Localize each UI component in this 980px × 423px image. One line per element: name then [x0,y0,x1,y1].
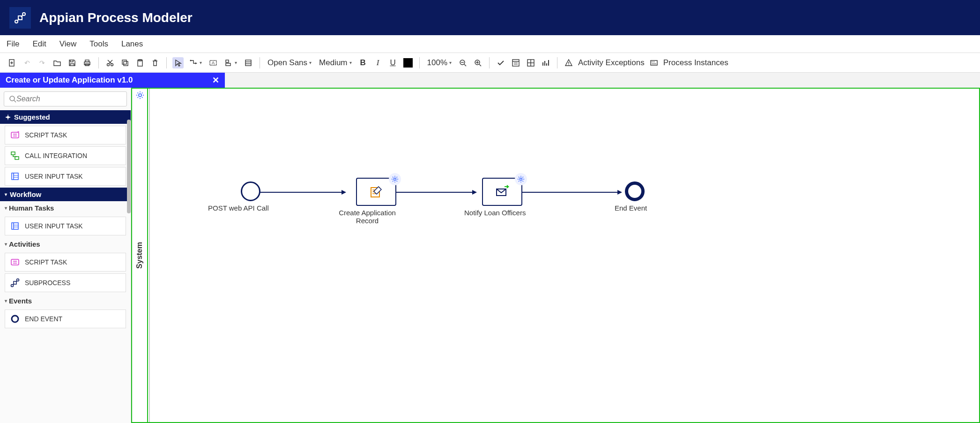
pointer-tool-icon[interactable] [172,57,184,68]
connector-tool-icon[interactable]: ▾ [187,59,204,67]
palette-item-subprocess[interactable]: SUBPROCESS [5,273,126,292]
cut-icon[interactable] [104,57,116,68]
task-node-create-application[interactable]: Create Application Record [347,178,405,225]
sidebar-scrollbar[interactable] [127,120,131,213]
end-event-icon [10,314,20,324]
palette-item-user-input-task[interactable]: USER INPUT TASK [5,167,126,186]
activity-exceptions-button[interactable]: Activity Exceptions [578,58,645,68]
svg-rect-64 [11,259,19,265]
search-box[interactable] [4,91,127,106]
palette-item-script-task[interactable]: SCRIPT TASK [5,126,126,144]
svg-rect-56 [12,173,18,180]
color-swatch[interactable] [402,57,414,68]
menu-file[interactable]: File [7,39,19,49]
zoom-out-icon[interactable] [457,57,468,68]
palette-item-label: SUBPROCESS [25,279,70,287]
group-label: Activities [9,240,40,248]
svg-line-52 [14,100,16,102]
events-group[interactable]: Events [0,294,131,308]
open-icon[interactable] [52,57,63,68]
script-write-icon [368,184,384,200]
svg-rect-24 [245,60,251,66]
svg-point-49 [653,61,654,62]
end-event-node[interactable]: End Event [622,181,647,212]
palette-item-label: SCRIPT TASK [25,258,67,266]
userinput-icon [10,171,20,181]
align-icon[interactable]: ▾ [223,59,239,67]
palette-item-label: USER INPUT TASK [25,222,83,230]
menu-view[interactable]: View [59,39,77,49]
svg-rect-54 [11,152,15,155]
svg-point-71 [139,94,141,97]
undo-icon[interactable]: ↶ [22,57,33,68]
task-node-notify-officers[interactable]: Notify Loan Officers [478,178,526,217]
swimlane-header[interactable]: System [131,88,148,423]
menu-tools[interactable]: Tools [89,39,108,49]
node-gear-icon[interactable] [389,173,401,185]
search-input[interactable] [16,95,122,103]
grid-icon[interactable] [525,57,536,68]
svg-rect-22 [226,60,229,62]
node-label: End Event [615,204,647,212]
font-family-select[interactable]: Open Sans▾ [266,58,313,68]
italic-icon[interactable]: I [372,57,384,68]
subprocess-icon [10,278,20,288]
flow-arrow[interactable] [518,192,621,193]
svg-point-76 [393,178,396,181]
form-icon[interactable] [510,57,521,68]
svg-point-46 [568,64,569,65]
zoom-label: 100% [427,58,447,68]
swimlane-label: System [135,242,144,269]
palette-item-script-task-2[interactable]: SCRIPT TASK [5,253,126,272]
menu-lanes[interactable]: Lanes [121,39,143,49]
human-tasks-group[interactable]: Human Tasks [0,201,131,215]
activities-group[interactable]: Activities [0,237,131,251]
chart-icon[interactable] [540,57,551,68]
warning-icon[interactable] [563,57,574,68]
svg-rect-9 [85,60,89,62]
send-mail-icon [494,184,510,200]
palette-sidebar: Suggested SCRIPT TASK CALL INTEGRATION U… [0,73,131,423]
delete-icon[interactable] [149,57,161,68]
node-label: POST web API Call [208,204,269,212]
palette-item-call-integration[interactable]: CALL INTEGRATION [5,146,126,165]
group-label: Events [9,297,32,305]
svg-line-31 [479,64,481,66]
palette-item-user-input-task-2[interactable]: USER INPUT TASK [5,217,126,235]
swimlane-gear-icon[interactable] [135,91,146,101]
app-title: Appian Process Modeler [39,10,193,25]
instances-icon[interactable] [648,57,660,68]
font-weight-select[interactable]: Medium▾ [317,58,353,68]
underline-icon[interactable]: U [387,57,399,68]
swimlane-body[interactable]: POST web API Call Create Application Rec… [148,88,980,423]
paste-icon[interactable] [134,57,146,68]
tab-title: Create or Update Application v1.0 [6,76,133,85]
palette-item-label: USER INPUT TASK [25,173,83,180]
workflow-header: ▾ Workflow [0,188,131,201]
new-icon[interactable] [7,57,18,68]
svg-line-3 [17,19,19,21]
zoom-select[interactable]: 100%▾ [425,58,453,68]
save-icon[interactable] [67,57,78,68]
start-event-node[interactable]: POST web API Call [232,181,269,212]
document-tab[interactable]: Create or Update Application v1.0 ✕ [0,73,225,88]
palette-item-end-event[interactable]: END EVENT [5,310,126,328]
canvas[interactable]: System POST web API Call Create Applicat… [131,73,980,423]
validate-icon[interactable] [495,57,506,68]
process-instances-button[interactable]: Process Instances [663,58,728,68]
suggested-label: Suggested [14,113,50,121]
copy-icon[interactable] [119,57,131,68]
svg-point-66 [17,279,19,281]
redo-icon[interactable]: ↷ [37,57,48,68]
close-tab-icon[interactable]: ✕ [212,75,219,85]
node-label: Notify Loan Officers [464,209,526,217]
textbox-icon[interactable]: A [208,57,219,68]
svg-point-78 [520,178,522,181]
print-icon[interactable] [82,57,93,68]
zoom-in-icon[interactable] [472,57,483,68]
properties-icon[interactable] [243,57,254,68]
node-gear-icon[interactable] [515,173,527,185]
menu-edit[interactable]: Edit [32,39,46,49]
bold-icon[interactable]: B [357,57,369,68]
toolbar: ↶ ↷ ▾ A ▾ Open Sans▾ Medium▾ B I U 100%▾… [0,53,980,73]
